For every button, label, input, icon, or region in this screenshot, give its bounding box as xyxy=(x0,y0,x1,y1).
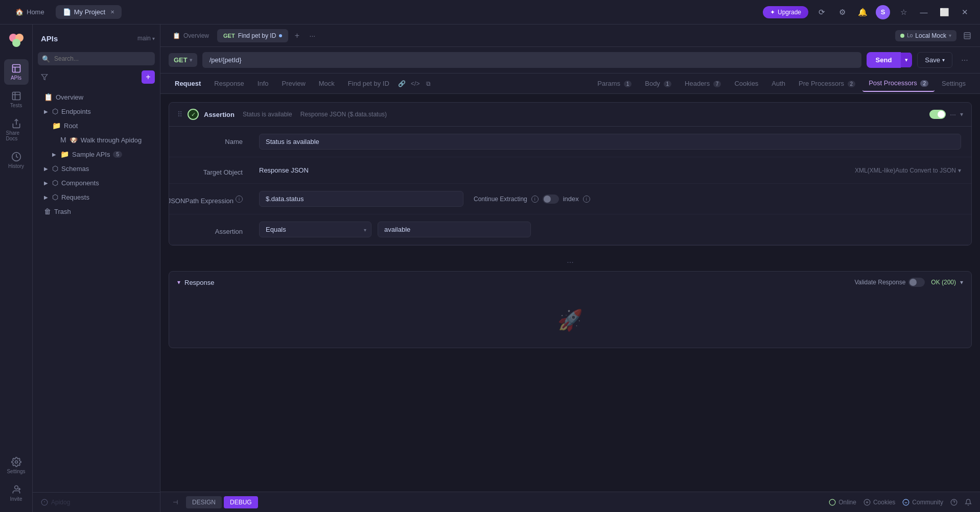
upgrade-button[interactable]: ✦ Upgrade xyxy=(763,6,808,18)
assertion-enable-toggle[interactable] xyxy=(929,110,946,119)
tab-more-button[interactable]: ··· xyxy=(306,29,319,42)
refresh-icon[interactable]: ⟳ xyxy=(814,5,829,19)
notifications-button[interactable] xyxy=(965,499,972,506)
tab-headers[interactable]: Headers 7 xyxy=(679,76,727,91)
star-icon[interactable]: ☆ xyxy=(896,5,911,19)
drag-handle-icon[interactable]: ⠿ xyxy=(177,110,182,118)
send-dropdown-button[interactable]: ▾ xyxy=(901,53,912,67)
save-button[interactable]: Save ▾ xyxy=(917,52,952,68)
link-icon[interactable]: 🔗 xyxy=(396,78,408,89)
sidebar-requests[interactable]: ▶ ⬡ Requests xyxy=(36,190,157,204)
root-icon: 📁 xyxy=(52,121,61,130)
jsonpath-input[interactable] xyxy=(259,191,463,207)
env-selector[interactable]: Lo Local Mock ▾ xyxy=(895,30,956,41)
tab-auth[interactable]: Auth xyxy=(765,76,791,91)
target-value: Response JSON xyxy=(259,166,309,174)
tab-info[interactable]: Info xyxy=(251,76,275,91)
sidebar-components[interactable]: ▶ ⬡ Components xyxy=(36,176,157,190)
code-icon[interactable]: </> xyxy=(410,78,421,89)
sidebar-item-apis[interactable]: APIs xyxy=(4,59,29,85)
sample-apis-label: Sample APIs xyxy=(72,151,110,158)
url-more-button[interactable]: ··· xyxy=(958,53,972,67)
window-close-icon[interactable]: ✕ xyxy=(958,5,972,19)
sidebar-overview[interactable]: 📋 Overview xyxy=(36,90,157,104)
tab-mock[interactable]: Mock xyxy=(313,76,341,91)
validate-toggle-thumb xyxy=(909,279,917,286)
tab-response[interactable]: Response xyxy=(208,76,250,91)
send-main-button[interactable]: Send xyxy=(867,52,901,68)
sidebar-item-share-docs[interactable]: Share Docs xyxy=(4,114,29,145)
sidebar-root[interactable]: 📁 Root xyxy=(36,118,157,133)
tab-body[interactable]: Body 1 xyxy=(639,76,678,91)
components-chevron: ▶ xyxy=(44,180,48,186)
sidebar-trash[interactable]: 🗑 Trash xyxy=(36,204,157,218)
name-input[interactable] xyxy=(259,134,961,150)
sidebar-item-settings[interactable]: Settings xyxy=(4,453,29,478)
jsonpath-row: JSONPath Expression i Continue Extractin… xyxy=(169,184,971,214)
sidebar-sample-apis[interactable]: ▶ 📁 Sample APIs 5 xyxy=(36,147,157,161)
minimize-icon[interactable]: — xyxy=(917,5,931,19)
method-select[interactable]: GET ▾ xyxy=(169,53,197,67)
search-input[interactable] xyxy=(38,52,155,65)
schemas-icon: ⬡ xyxy=(52,164,58,173)
home-tab[interactable]: 🏠 Home xyxy=(8,5,52,19)
tab-overview[interactable]: 📋 Overview xyxy=(167,29,215,42)
branch-selector[interactable]: main ▾ xyxy=(138,32,152,45)
cookies-label: Cookies xyxy=(734,80,758,87)
sidebar-item-history[interactable]: History xyxy=(4,148,29,173)
assertion-type-select[interactable]: Equals Not Equals Contains xyxy=(259,222,371,237)
sidebar-walk-through[interactable]: M 🐶 Walk through Apidog xyxy=(36,133,157,147)
assertion-collapse-button[interactable]: ▾ xyxy=(960,111,963,118)
close-tab-icon[interactable]: ✕ xyxy=(110,9,114,15)
bell-icon[interactable]: 🔔 xyxy=(855,5,870,19)
avatar[interactable]: S xyxy=(876,5,890,19)
tab-post-processors[interactable]: Post Processors 2 xyxy=(862,75,935,92)
project-tab[interactable]: 📄 My Project ✕ xyxy=(56,5,122,19)
toggle-off[interactable] xyxy=(543,194,559,204)
target-object-row: Target Object Response JSON XML(XML-like… xyxy=(169,157,971,184)
add-endpoint-button[interactable]: + xyxy=(142,70,155,84)
tab-find-pet[interactable]: GET Find pet by ID xyxy=(217,29,288,42)
validate-toggle-switch[interactable] xyxy=(908,278,925,287)
tab-cookies[interactable]: Cookies xyxy=(728,76,764,91)
url-input[interactable] xyxy=(202,52,861,68)
request-tabs: Request Response Info Preview Mock Find … xyxy=(160,74,980,94)
tab-request[interactable]: Request xyxy=(169,76,207,91)
continue-toggle-switch[interactable] xyxy=(543,194,559,204)
nav-back-button[interactable]: ⊣ xyxy=(169,496,182,509)
tab-params[interactable]: Params 1 xyxy=(591,76,638,91)
sidebar-schemas[interactable]: ▶ ⬡ Schemas xyxy=(36,161,157,176)
maximize-icon[interactable]: ⬜ xyxy=(937,5,951,19)
assertion-value-input[interactable] xyxy=(378,222,531,237)
overview-icon: 📋 xyxy=(44,93,53,101)
sidebar-item-tests[interactable]: Tests xyxy=(4,87,29,112)
schemas-label: Schemas xyxy=(61,165,89,173)
debug-button[interactable]: DEBUG xyxy=(224,496,258,508)
cookies-button[interactable]: Cookies xyxy=(864,499,895,506)
project-label: My Project xyxy=(74,8,105,16)
tab-preview[interactable]: Preview xyxy=(276,76,312,91)
assertion-more-button[interactable]: ··· xyxy=(950,110,956,118)
settings-icon[interactable]: ⚙ xyxy=(835,5,849,19)
split-icon[interactable]: ⧉ xyxy=(423,78,434,89)
tab-method-badge: GET xyxy=(223,33,235,39)
filter-button[interactable] xyxy=(38,70,51,84)
jsonpath-info-icon[interactable]: i xyxy=(236,196,243,203)
continue-info-icon[interactable]: i xyxy=(531,196,539,203)
tab-settings[interactable]: Settings xyxy=(936,76,972,91)
layout-button[interactable] xyxy=(961,29,974,42)
response-header[interactable]: ▾ Response Validate Response OK (200) ▾ xyxy=(169,272,971,293)
add-tab-button[interactable]: + xyxy=(290,29,304,42)
sidebar-endpoints[interactable]: ▶ ⬡ Endpoints xyxy=(36,104,157,118)
design-button[interactable]: DESIGN xyxy=(186,496,222,508)
index-info-icon[interactable]: i xyxy=(583,196,590,203)
sidebar-item-invite[interactable]: Invite xyxy=(4,480,29,506)
community-button[interactable]: Community xyxy=(902,499,943,506)
settings-label: Settings xyxy=(7,469,25,474)
project-icon: 📄 xyxy=(63,8,71,16)
help-button[interactable] xyxy=(950,499,958,506)
tab-pre-processors[interactable]: Pre Processors 2 xyxy=(792,76,861,91)
online-status[interactable]: Online xyxy=(829,499,856,506)
root-label: Root xyxy=(64,122,78,130)
xml-convert-selector[interactable]: XML(XML-like)Auto Convert to JSON ▾ xyxy=(855,167,961,174)
